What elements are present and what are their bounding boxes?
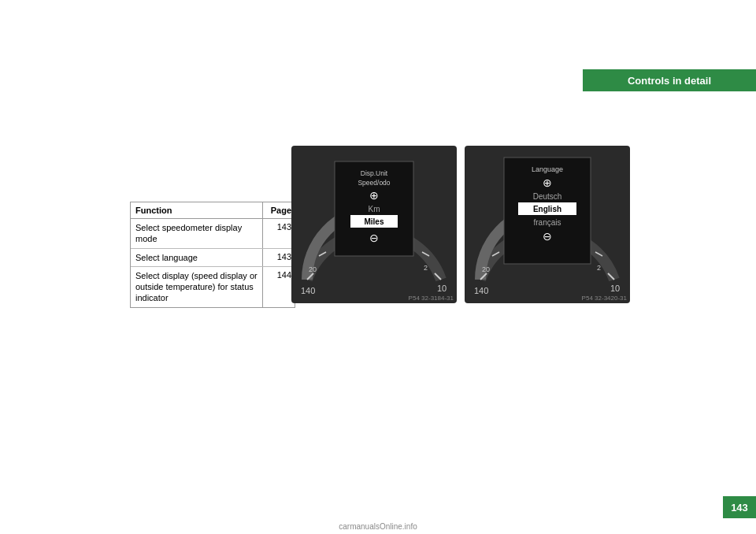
function-table: Function Page Select speedometer display… (130, 202, 295, 308)
speedo-language: 140 10 20 2 Language ⊕ Deutsch English f… (465, 146, 630, 303)
svg-text:20: 20 (309, 265, 317, 273)
speedo-language-caption: P54 32-3420-31 (582, 295, 627, 302)
svg-text:English: English (533, 205, 561, 213)
svg-text:Deutsch: Deutsch (533, 192, 562, 201)
svg-text:Disp.Unit: Disp.Unit (361, 169, 388, 177)
svg-text:2: 2 (597, 264, 601, 272)
speedo-unit-svg: 140 10 20 2 Disp.Unit Speed/odo ⊕ Km Mil… (291, 146, 457, 303)
speedo-unit: 140 10 20 2 Disp.Unit Speed/odo ⊕ Km Mil… (291, 146, 457, 303)
row2-page: 143 (263, 249, 295, 266)
svg-text:français: français (533, 218, 561, 227)
svg-text:10: 10 (610, 284, 620, 293)
row1-function: Select speedometer display mode (131, 219, 263, 248)
svg-text:10: 10 (437, 284, 447, 293)
col-function-header: Function (131, 202, 263, 218)
table-row: Select display (speed display or outside… (131, 267, 295, 307)
table-row: Select language 143 (131, 249, 295, 267)
svg-text:2: 2 (424, 264, 428, 272)
svg-text:Miles: Miles (364, 217, 384, 226)
svg-text:Speed/odo: Speed/odo (358, 179, 390, 187)
speedo-unit-caption: P54 32-3184-31 (409, 295, 454, 302)
svg-text:Km: Km (369, 205, 380, 213)
speedo-language-svg: 140 10 20 2 Language ⊕ Deutsch English f… (465, 146, 630, 303)
row3-page: 144 (263, 267, 295, 307)
svg-text:⊕: ⊕ (369, 189, 379, 202)
section-header: Controls in detail (583, 69, 756, 91)
page-number-label: 143 (731, 502, 748, 514)
row1-page: 143 (263, 219, 295, 248)
table-row: Select speedometer display mode 143 (131, 219, 295, 249)
row2-function: Select language (131, 249, 263, 266)
col-page-header: Page (263, 202, 295, 218)
svg-text:140: 140 (301, 286, 315, 295)
instruments-area: 140 10 20 2 Disp.Unit Speed/odo ⊕ Km Mil… (291, 146, 630, 303)
svg-text:140: 140 (474, 286, 488, 295)
svg-text:⊖: ⊖ (543, 230, 552, 243)
section-header-label: Controls in detail (628, 75, 711, 87)
watermark: carmanualsOnline.info (339, 522, 417, 531)
table-header-row: Function Page (131, 202, 295, 219)
svg-text:Language: Language (532, 165, 563, 173)
page-number: 143 (723, 496, 756, 518)
svg-text:⊖: ⊖ (369, 232, 379, 244)
svg-text:⊕: ⊕ (543, 176, 552, 189)
svg-text:20: 20 (482, 265, 490, 273)
row3-function: Select display (speed display or outside… (131, 267, 263, 307)
